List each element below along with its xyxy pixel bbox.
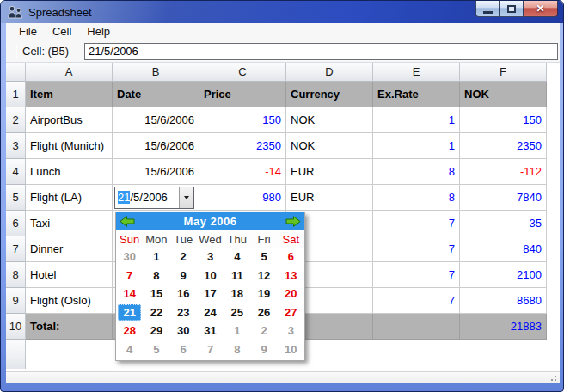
cell-E7[interactable]: 7 — [373, 236, 460, 262]
calendar-day-30[interactable]: 30 — [170, 322, 197, 340]
combobox-dropdown-button[interactable] — [179, 187, 193, 208]
calendar-day-5-adjacent[interactable]: 5 — [143, 340, 169, 359]
cell-A4[interactable]: Lunch — [26, 159, 113, 185]
calendar-day-21[interactable]: 21 — [116, 303, 143, 322]
row-header-3[interactable]: 3 — [6, 133, 26, 159]
cell-C2[interactable]: 150 — [199, 107, 286, 133]
calendar-prev-month-button[interactable] — [119, 215, 136, 228]
calendar-day-26[interactable]: 26 — [250, 303, 277, 322]
cell-F8[interactable]: 2100 — [460, 262, 547, 288]
calendar-day-14[interactable]: 14 — [116, 285, 143, 303]
calendar-day-31[interactable]: 31 — [197, 322, 224, 340]
calendar-day-24[interactable]: 24 — [197, 303, 224, 322]
row-header-7[interactable]: 7 — [6, 236, 26, 262]
calendar-day-16[interactable]: 16 — [170, 285, 197, 303]
calendar-day-3[interactable]: 3 — [197, 248, 224, 266]
cell-F2[interactable]: 150 — [460, 107, 547, 133]
maximize-button[interactable] — [500, 1, 524, 17]
calendar-day-12[interactable]: 12 — [250, 266, 277, 285]
cell-F7[interactable]: 840 — [460, 236, 547, 262]
calendar-day-15[interactable]: 15 — [143, 285, 169, 303]
cell-F4[interactable]: -112 — [460, 159, 547, 185]
calendar-day-10-adjacent[interactable]: 10 — [278, 340, 304, 359]
calendar-day-28[interactable]: 28 — [116, 322, 143, 340]
menu-item-file[interactable]: File — [11, 23, 45, 40]
cell-E1[interactable]: Ex.Rate — [373, 82, 460, 107]
calendar-day-10[interactable]: 10 — [197, 266, 224, 285]
row-header-8[interactable]: 8 — [6, 262, 26, 288]
calendar-day-27[interactable]: 27 — [278, 303, 304, 322]
cell-E5[interactable]: 8 — [373, 185, 460, 211]
cell-B5[interactable]: 21/5/2006 — [113, 185, 199, 211]
row-header-1[interactable]: 1 — [6, 82, 26, 107]
combobox-text[interactable]: 21/5/2006 — [115, 187, 179, 208]
cell-A9[interactable]: Flight (Oslo) — [26, 288, 113, 314]
calendar-day-1[interactable]: 1 — [143, 248, 169, 266]
cell-D4[interactable]: EUR — [286, 159, 373, 185]
cell-A8[interactable]: Hotel — [26, 262, 113, 288]
cell-A10[interactable]: Total: — [26, 314, 113, 340]
calendar-day-6-adjacent[interactable]: 6 — [170, 340, 197, 359]
cell-A1[interactable]: Item — [26, 82, 113, 107]
cell-E9[interactable]: 7 — [373, 288, 460, 314]
close-button[interactable]: ✕ — [524, 1, 558, 17]
cell-C3[interactable]: 2350 — [199, 133, 286, 159]
calendar-day-4[interactable]: 4 — [224, 248, 250, 266]
calendar-day-2[interactable]: 2 — [170, 248, 197, 266]
cell-E8[interactable]: 7 — [373, 262, 460, 288]
cell-C5[interactable]: 980 — [199, 185, 286, 211]
cell-C4[interactable]: -14 — [199, 159, 286, 185]
cell-B2[interactable]: 15/6/2006 — [113, 107, 199, 133]
row-header-9[interactable]: 9 — [6, 288, 26, 314]
calendar-day-17[interactable]: 17 — [197, 285, 224, 303]
calendar-day-8[interactable]: 8 — [143, 266, 169, 285]
date-combobox[interactable]: 21/5/2006 — [114, 187, 194, 209]
calendar-next-month-button[interactable] — [285, 215, 302, 228]
calendar-day-2-adjacent[interactable]: 2 — [250, 322, 277, 340]
menu-item-cell[interactable]: Cell — [45, 23, 79, 40]
cell-A6[interactable]: Taxi — [26, 211, 113, 236]
calendar-day-22[interactable]: 22 — [143, 303, 169, 322]
cell-F9[interactable]: 8680 — [460, 288, 547, 314]
calendar-day-4-adjacent[interactable]: 4 — [116, 340, 143, 359]
column-header-F[interactable]: F — [460, 63, 547, 82]
cell-B3[interactable]: 15/6/2006 — [113, 133, 199, 159]
row-header-10[interactable]: 10 — [6, 314, 26, 340]
cell-A3[interactable]: Flight (Munich) — [26, 133, 113, 159]
cell-D3[interactable]: NOK — [286, 133, 373, 159]
column-header-D[interactable]: D — [286, 63, 373, 82]
cell-C1[interactable]: Price — [199, 82, 286, 107]
calendar-day-23[interactable]: 23 — [170, 303, 197, 322]
row-header-4[interactable]: 4 — [6, 159, 26, 185]
calendar-day-1-adjacent[interactable]: 1 — [224, 322, 250, 340]
column-header-B[interactable]: B — [113, 63, 199, 82]
calendar-day-13[interactable]: 13 — [278, 266, 304, 285]
calendar-day-9[interactable]: 9 — [170, 266, 197, 285]
calendar-day-11[interactable]: 11 — [224, 266, 250, 285]
cell-F5[interactable]: 7840 — [460, 185, 547, 211]
cell-E4[interactable]: 8 — [373, 159, 460, 185]
cell-E6[interactable]: 7 — [373, 211, 460, 236]
row-header-2[interactable]: 2 — [6, 107, 26, 133]
cell-value-input[interactable] — [84, 43, 558, 60]
cell-F10[interactable]: 21883 — [460, 314, 547, 340]
calendar-day-9-adjacent[interactable]: 9 — [250, 340, 277, 359]
calendar-day-7-adjacent[interactable]: 7 — [197, 340, 224, 359]
row-header-6[interactable]: 6 — [6, 211, 26, 236]
calendar-day-30-adjacent[interactable]: 30 — [116, 248, 143, 266]
cell-B1[interactable]: Date — [113, 82, 199, 107]
cell-D5[interactable]: EUR — [286, 185, 373, 211]
calendar-day-19[interactable]: 19 — [250, 285, 277, 303]
titlebar[interactable]: Spreadsheet ✕ — [1, 1, 563, 23]
calendar-day-29[interactable]: 29 — [143, 322, 169, 340]
calendar-day-5[interactable]: 5 — [250, 248, 277, 266]
cell-B4[interactable]: 15/6/2006 — [113, 159, 199, 185]
calendar-day-3-adjacent[interactable]: 3 — [278, 322, 304, 340]
cell-F1[interactable]: NOK — [460, 82, 547, 107]
menu-item-help[interactable]: Help — [79, 23, 118, 40]
calendar-day-25[interactable]: 25 — [224, 303, 250, 322]
cell-A7[interactable]: Dinner — [26, 236, 113, 262]
resize-grip[interactable] — [549, 373, 556, 381]
cell-D2[interactable]: NOK — [286, 107, 373, 133]
calendar-day-18[interactable]: 18 — [224, 285, 250, 303]
